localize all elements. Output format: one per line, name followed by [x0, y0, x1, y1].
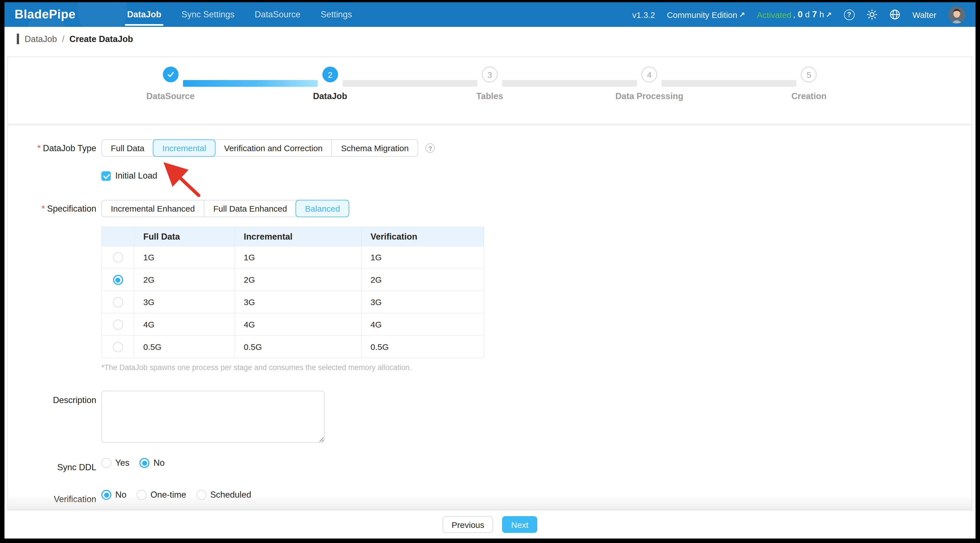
option-balanced-selected[interactable]: Balanced [296, 200, 350, 217]
sync-ddl-radio-group: Yes No [101, 458, 165, 468]
step-number-circle: 4 [641, 67, 657, 82]
brand-logo[interactable]: BladePipe [14, 7, 76, 22]
cell-full-data: 1G [134, 246, 234, 268]
column-header-incremental: Incremental [234, 227, 361, 246]
row-radio-cell[interactable] [102, 268, 134, 291]
sync-ddl-option-yes[interactable]: Yes [101, 458, 130, 468]
nav-item-sync-settings[interactable]: Sync Settings [181, 2, 234, 27]
breadcrumb: DataJob / Create DataJob [17, 33, 133, 44]
step-check-circle [162, 67, 178, 82]
cell-verification: 1G [361, 246, 484, 268]
initial-load-checkbox-row[interactable]: Initial Load [101, 171, 157, 181]
breadcrumb-accent-bar [17, 33, 19, 44]
license-uptime-link[interactable]: Activated , 0 d 7 h ↗ [757, 10, 832, 19]
description-textarea[interactable] [101, 391, 325, 443]
verification-option-scheduled[interactable]: Scheduled [196, 490, 251, 500]
datajob-type-row: Full Data Incremental Verification and C… [101, 139, 435, 157]
datajob-type-segmented: Full Data Incremental Verification and C… [101, 139, 418, 157]
option-verification-and-correction[interactable]: Verification and Correction [215, 140, 332, 156]
wizard-footer: Previous Next [5, 510, 975, 538]
row-radio-05g[interactable] [113, 342, 123, 352]
language-button[interactable] [889, 9, 900, 20]
specification-segmented: Incremental Enhanced Full Data Enhanced … [101, 200, 350, 217]
sync-ddl-option-no-selected[interactable]: No [140, 458, 165, 468]
breadcrumb-separator: / [62, 34, 64, 44]
stepper-card: DataSource 2 DataJob 3 Tables 4 Data Pro… [7, 57, 972, 124]
row-radio-cell[interactable] [102, 246, 134, 268]
nav-item-settings[interactable]: Settings [321, 2, 352, 27]
previous-button[interactable]: Previous [443, 516, 493, 533]
radio-unchecked[interactable] [101, 458, 111, 468]
row-radio-cell[interactable] [102, 336, 134, 358]
datajob-form-card: *DataJob Type Full Data Incremental Veri… [7, 125, 972, 510]
wizard-steps: DataSource 2 DataJob 3 Tables 4 Data Pro… [91, 67, 889, 101]
radio-checked[interactable] [101, 490, 111, 500]
cell-incremental: 1G [234, 246, 361, 268]
row-radio-1g[interactable] [113, 252, 123, 263]
option-incremental-selected[interactable]: Incremental [153, 139, 216, 157]
cell-full-data: 4G [134, 313, 234, 336]
radio-unchecked[interactable] [196, 490, 206, 500]
cell-incremental: 2G [234, 268, 361, 291]
username-label[interactable]: Walter [912, 10, 936, 19]
question-mark-icon: ? [844, 9, 854, 20]
initial-load-checkbox[interactable] [101, 171, 111, 180]
cell-verification: 4G [361, 313, 484, 336]
verification-option-one-time[interactable]: One-time [137, 490, 186, 500]
verification-label: Verification [8, 494, 96, 504]
radio-unchecked[interactable] [137, 490, 146, 500]
cell-incremental: 0.5G [234, 336, 361, 358]
row-radio-4g[interactable] [113, 320, 123, 330]
nav-item-datasource[interactable]: DataSource [255, 2, 301, 27]
table-row: 0.5G 0.5G 0.5G [102, 336, 484, 358]
table-row: 4G 4G 4G [102, 313, 484, 336]
specification-row: Incremental Enhanced Full Data Enhanced … [101, 200, 350, 217]
table-row: 2G 2G 2G [102, 268, 484, 291]
option-full-data[interactable]: Full Data [102, 140, 153, 156]
step-label: DataSource [146, 91, 194, 101]
sun-icon [866, 9, 878, 20]
globe-icon [889, 9, 900, 20]
theme-toggle-button[interactable] [866, 9, 878, 20]
verification-radio-group: No One-time Scheduled [101, 490, 251, 500]
step-number-circle: 5 [801, 67, 817, 82]
option-full-data-enhanced[interactable]: Full Data Enhanced [204, 201, 296, 217]
navbar-right-cluster: v1.3.2 Community Edition ↗ Activated , 0… [632, 6, 966, 23]
page-title: Create DataJob [69, 34, 133, 44]
cell-verification: 0.5G [361, 336, 484, 358]
sync-ddl-label: Sync DDL [8, 462, 96, 473]
step-connector [502, 80, 637, 87]
step-number-circle: 3 [482, 67, 498, 82]
uptime-label: , 0 d 7 h [793, 10, 824, 19]
specification-label: *Specification [8, 204, 96, 214]
row-radio-3g[interactable] [113, 297, 123, 307]
radio-column-header [102, 227, 134, 246]
check-icon [167, 70, 174, 78]
required-asterisk: * [41, 204, 45, 213]
edition-label: Community Edition [667, 10, 737, 19]
step-number-circle: 2 [322, 67, 338, 82]
main-nav: DataJob Sync Settings DataSource Setting… [127, 2, 352, 27]
option-incremental-enhanced[interactable]: Incremental Enhanced [102, 201, 204, 217]
step-connector [662, 80, 796, 87]
edition-link[interactable]: Community Edition ↗ [667, 10, 745, 19]
datajob-type-help-icon[interactable]: ? [425, 143, 435, 153]
cell-verification: 2G [361, 268, 484, 291]
nav-item-datajob[interactable]: DataJob [127, 2, 161, 27]
help-button[interactable]: ? [843, 9, 854, 20]
radio-checked[interactable] [140, 458, 150, 468]
next-button[interactable]: Next [502, 516, 538, 533]
verification-option-no-selected[interactable]: No [101, 490, 126, 500]
breadcrumb-parent[interactable]: DataJob [25, 34, 57, 44]
option-schema-migration[interactable]: Schema Migration [332, 140, 418, 156]
avatar[interactable] [948, 6, 966, 23]
external-link-icon: ↗ [826, 10, 832, 19]
memory-allocation-note: *The DataJob spawns one process per stag… [101, 363, 412, 372]
step-connector [342, 80, 477, 87]
row-radio-cell[interactable] [102, 313, 134, 336]
screenshot-frame: BladePipe DataJob Sync Settings DataSour… [0, 0, 980, 543]
row-radio-2g-selected[interactable] [113, 275, 123, 285]
app-window: BladePipe DataJob Sync Settings DataSour… [5, 2, 975, 538]
row-radio-cell[interactable] [102, 291, 134, 313]
table-header-row: Full Data Incremental Verification [102, 227, 484, 246]
